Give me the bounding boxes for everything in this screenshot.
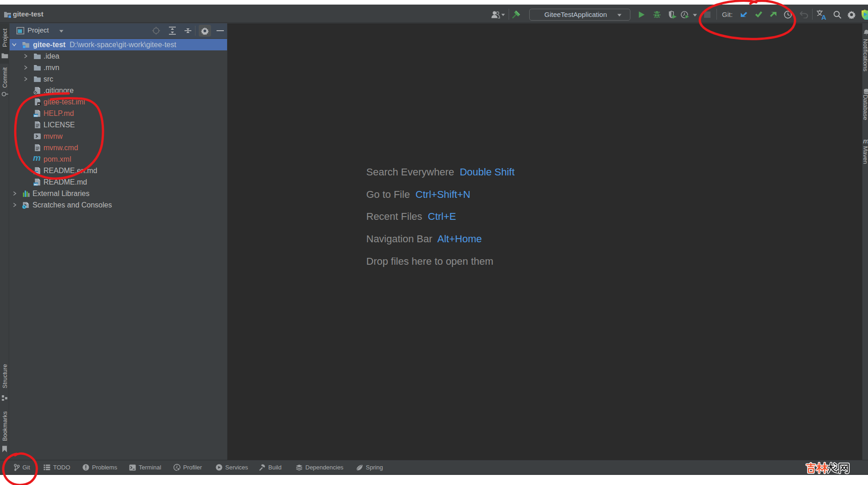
- svg-text:MD: MD: [34, 183, 38, 186]
- svg-text:MD: MD: [34, 114, 38, 117]
- svg-text:A: A: [821, 13, 826, 20]
- svg-text:MD: MD: [34, 172, 38, 174]
